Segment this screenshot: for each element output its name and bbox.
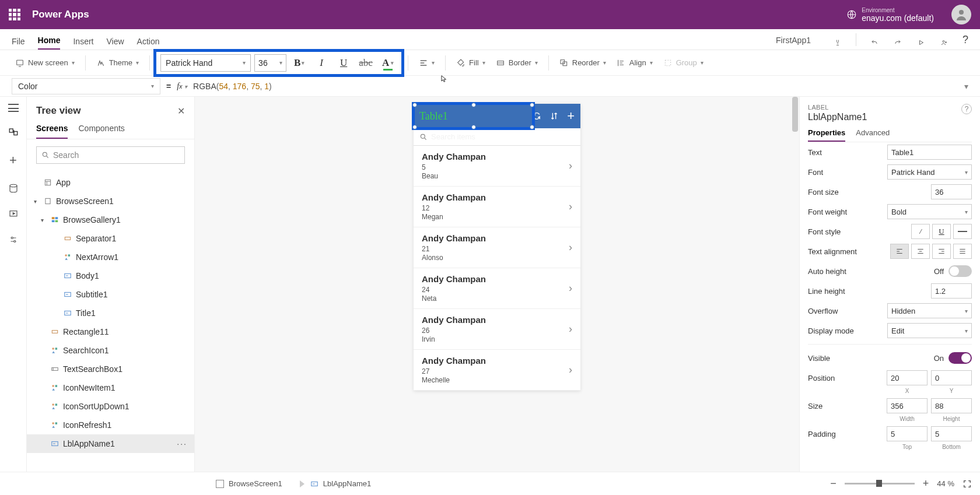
add-icon[interactable]: + [9, 153, 17, 168]
align-center[interactable] [911, 244, 930, 259]
property-select[interactable]: Color▾ [12, 78, 160, 94]
font-size-select[interactable]: 36▾ [254, 54, 286, 72]
tab-screens[interactable]: Screens [36, 124, 68, 139]
italic-toggle[interactable]: / [911, 224, 930, 239]
more-icon[interactable]: ··· [177, 439, 187, 448]
list-item[interactable]: Andy Champan21Alonso› [414, 227, 580, 268]
waffle-icon[interactable] [9, 9, 20, 20]
zoom-slider[interactable] [845, 483, 915, 485]
app-checker-icon[interactable] [832, 39, 843, 50]
tree-node-iconrefresh[interactable]: IconRefresh1 [27, 416, 194, 434]
tree-node-searchicon[interactable]: SearchIcon1 [27, 341, 194, 360]
menu-home[interactable]: Home [38, 36, 61, 50]
tree-node-iconsort[interactable]: IconSortUpDown1 [27, 397, 194, 416]
breadcrumb-control[interactable]: LblAppName1 [295, 477, 376, 490]
tree-node-rectangle[interactable]: Rectangle11 [27, 322, 194, 341]
tree-node-nextarrow[interactable]: NextArrow1 [27, 248, 194, 266]
prop-text-input[interactable]: Table1 [887, 145, 972, 160]
bold-button[interactable]: B▾ [290, 54, 309, 72]
strike-toggle[interactable] [953, 224, 972, 239]
media-icon[interactable] [8, 209, 19, 219]
prop-lineheight-input[interactable]: 1.2 [931, 283, 972, 299]
pad-top-input[interactable]: 5 [887, 426, 928, 441]
tree-node-subtitle[interactable]: Subtitle1 [27, 285, 194, 304]
list-item[interactable]: Andy Champan26Irvin› [414, 309, 580, 350]
sort-icon[interactable] [550, 111, 559, 121]
expand-formula-icon[interactable]: ▾ [964, 82, 968, 91]
menu-view[interactable]: View [106, 37, 124, 50]
prop-overflow-select[interactable]: Hidden▾ [887, 303, 972, 318]
fill-button[interactable]: Fill▾ [453, 56, 489, 70]
zoom-in-icon[interactable]: + [923, 478, 929, 490]
underline-button[interactable]: U [334, 54, 353, 72]
tree-node-gallery[interactable]: ▾BrowseGallery1 [27, 210, 194, 229]
tree-node-lblappname[interactable]: LblAppName1··· [27, 434, 194, 453]
menu-insert[interactable]: Insert [73, 37, 93, 50]
tab-advanced[interactable]: Advanced [856, 128, 890, 142]
breadcrumb-screen[interactable]: BrowseScreen1 [211, 477, 287, 490]
border-button[interactable]: Border▾ [492, 56, 541, 70]
redo-icon[interactable] [892, 39, 903, 50]
zoom-out-icon[interactable]: − [830, 478, 836, 490]
menu-file[interactable]: File [12, 37, 25, 50]
refresh-icon[interactable] [532, 111, 541, 121]
share-icon[interactable] [939, 39, 950, 50]
tree-node-screen[interactable]: ▾BrowseScreen1 [27, 192, 194, 210]
font-select[interactable]: Patrick Hand▾ [160, 54, 251, 72]
align-justify[interactable] [953, 244, 972, 259]
list-item[interactable]: Andy Champan27Mechelle› [414, 350, 580, 391]
fit-icon[interactable] [963, 479, 972, 489]
prop-font-select[interactable]: Patrick Hand▾ [887, 164, 972, 180]
help-icon[interactable]: ? [961, 104, 972, 114]
tree-node-body[interactable]: Body1 [27, 266, 194, 285]
tree-node-title[interactable]: Title1 [27, 304, 194, 322]
pos-x-input[interactable]: 20 [887, 370, 928, 385]
tree-node-separator[interactable]: Separator1 [27, 229, 194, 248]
strike-button[interactable]: abc [356, 54, 375, 72]
environment-picker[interactable]: Environment enayu.com (default) [862, 7, 934, 23]
size-h-input[interactable]: 88 [931, 398, 972, 413]
prop-displaymode-select[interactable]: Edit▾ [887, 323, 972, 338]
size-w-input[interactable]: 356 [887, 398, 928, 413]
italic-button[interactable]: I [312, 54, 331, 72]
reorder-button[interactable]: Reorder▾ [556, 56, 610, 70]
align-right[interactable] [932, 244, 951, 259]
tree-node-iconnew[interactable]: IconNewItem1 [27, 378, 194, 397]
formula-input[interactable]: RGBA(54, 176, 75, 1) [193, 82, 958, 91]
text-align-button[interactable]: ▾ [415, 56, 438, 70]
vertical-scrollbar[interactable] [792, 97, 798, 472]
font-color-button[interactable]: A▾ [379, 54, 397, 72]
tab-components[interactable]: Components [78, 124, 124, 139]
search-row[interactable]: Search items [414, 128, 580, 146]
data-icon[interactable] [8, 183, 19, 194]
add-item-icon[interactable]: + [567, 108, 575, 124]
list-item[interactable]: Andy Champan12Megan› [414, 187, 580, 227]
canvas-area[interactable]: Table1 + Search items Andy Champan5Beau›… [195, 97, 799, 472]
play-icon[interactable] [916, 39, 926, 50]
help-icon[interactable]: ? [963, 34, 968, 50]
theme-button[interactable]: Theme▾ [93, 56, 142, 70]
tree-view-icon[interactable] [8, 127, 19, 138]
menu-action[interactable]: Action [137, 37, 160, 50]
align-button[interactable]: Align▾ [613, 56, 656, 70]
close-icon[interactable]: ✕ [177, 106, 185, 117]
tree-node-textsearchbox[interactable]: TextSearchBox1 [27, 360, 194, 378]
pos-y-input[interactable]: 0 [931, 370, 972, 385]
autoheight-toggle[interactable] [949, 265, 972, 277]
visible-toggle[interactable] [949, 352, 972, 364]
settings-icon[interactable] [8, 234, 19, 245]
list-item[interactable]: Andy Champan5Beau› [414, 146, 580, 187]
tab-properties[interactable]: Properties [808, 128, 845, 142]
tree-node-app[interactable]: App [27, 173, 194, 192]
underline-toggle[interactable]: U [932, 224, 951, 239]
hamburger-icon[interactable] [8, 104, 19, 112]
pad-bottom-input[interactable]: 5 [931, 426, 972, 441]
prop-weight-select[interactable]: Bold▾ [887, 204, 972, 219]
list-item[interactable]: Andy Champan24Neta› [414, 268, 580, 309]
app-title-label[interactable]: Table1 [419, 110, 524, 122]
prop-fontsize-input[interactable]: 36 [931, 184, 972, 199]
tree-search-input[interactable]: Search [36, 146, 185, 164]
undo-icon[interactable] [869, 39, 880, 50]
new-screen-button[interactable]: New screen▾ [12, 56, 78, 70]
align-left[interactable] [890, 244, 909, 259]
